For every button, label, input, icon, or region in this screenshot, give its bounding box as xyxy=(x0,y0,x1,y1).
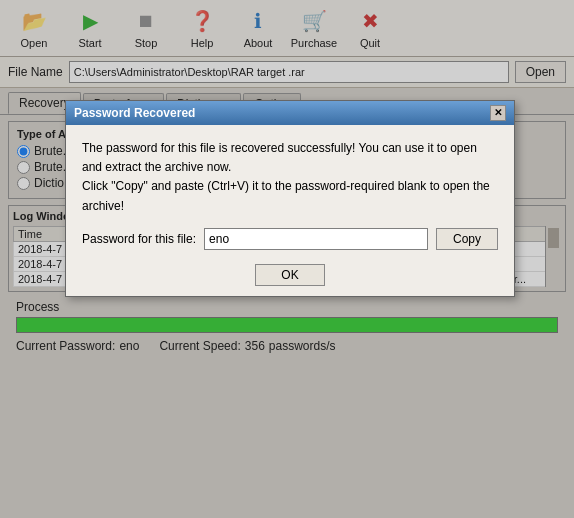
password-recovered-dialog: Password Recovered ✕ The password for th… xyxy=(65,100,515,297)
modal-password-label: Password for this file: xyxy=(82,232,196,246)
modal-body: The password for this file is recovered … xyxy=(66,125,514,296)
modal-ok-row: OK xyxy=(82,264,498,286)
modal-message: The password for this file is recovered … xyxy=(82,139,498,216)
modal-password-row: Password for this file: Copy xyxy=(82,228,498,250)
modal-ok-button[interactable]: OK xyxy=(255,264,325,286)
modal-title: Password Recovered xyxy=(74,106,195,120)
modal-message-1: The password for this file is recovered … xyxy=(82,141,477,174)
modal-password-input[interactable] xyxy=(204,228,428,250)
modal-message-2: Click "Copy" and paste (Ctrl+V) it to th… xyxy=(82,179,490,212)
modal-titlebar: Password Recovered ✕ xyxy=(66,101,514,125)
modal-close-button[interactable]: ✕ xyxy=(490,105,506,121)
modal-overlay: Password Recovered ✕ The password for th… xyxy=(0,0,574,518)
modal-copy-button[interactable]: Copy xyxy=(436,228,498,250)
